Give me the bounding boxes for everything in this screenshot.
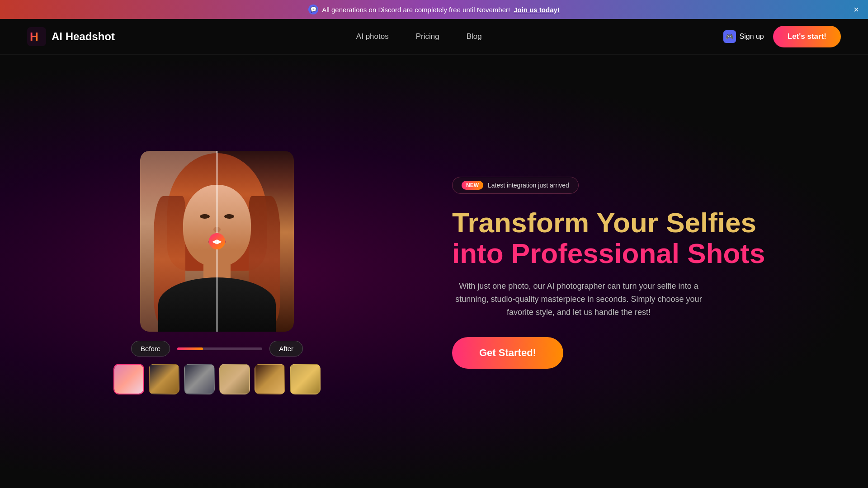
svg-text:H: H: [30, 30, 38, 43]
navbar-brand: H AI Headshot: [27, 27, 115, 46]
logo-icon: H: [27, 27, 46, 46]
thumbnail-1[interactable]: [113, 364, 144, 394]
banner-link[interactable]: Join us today!: [514, 6, 560, 14]
new-badge: NEW Latest integration just arrived: [452, 177, 579, 194]
image-comparison: ◀▶: [140, 151, 294, 332]
before-label: Before: [131, 341, 170, 357]
thumbnails-row: [113, 364, 321, 394]
banner-close-button[interactable]: ×: [854, 5, 859, 15]
hero-title-line2: into Professional Shots: [452, 238, 832, 269]
lets-start-button[interactable]: Let's start!: [773, 26, 841, 47]
hero-description: With just one photo, our AI photographer…: [452, 280, 705, 319]
thumbnail-5[interactable]: [255, 364, 285, 394]
navbar-center: AI photos Pricing Blog: [356, 32, 482, 41]
hero-title-line1: Transform Your Selfies: [452, 207, 832, 238]
brand-name: AI Headshot: [52, 30, 115, 43]
badge-text: Latest integration just arrived: [488, 182, 569, 189]
nav-ai-photos[interactable]: AI photos: [356, 32, 389, 41]
new-pill: NEW: [462, 181, 483, 190]
navbar-right: 🎮 Sign up Let's start!: [723, 26, 841, 47]
banner-message: All generations on Discord are completel…: [322, 6, 510, 14]
comparison-controls: Before After: [131, 341, 303, 357]
hero-title: Transform Your Selfies into Professional…: [452, 207, 832, 269]
thumbnail-6[interactable]: [290, 364, 321, 394]
slider-divider: ◀▶: [216, 151, 218, 332]
after-label: After: [269, 341, 303, 357]
nav-pricing[interactable]: Pricing: [416, 32, 439, 41]
slider-handle[interactable]: ◀▶: [209, 233, 225, 249]
get-started-button[interactable]: Get Started!: [452, 337, 563, 369]
discord-icon: 💬: [308, 5, 318, 14]
progress-bar[interactable]: [177, 347, 262, 350]
discord-badge-icon: 🎮: [723, 30, 736, 43]
signup-label: Sign up: [740, 33, 764, 41]
main-content: ◀▶ Before After: [0, 55, 868, 488]
thumbnail-2[interactable]: [149, 364, 179, 394]
top-banner: 💬 All generations on Discord are complet…: [0, 0, 868, 19]
left-section: ◀▶ Before After: [0, 55, 434, 488]
right-section: NEW Latest integration just arrived Tran…: [434, 55, 868, 488]
slider-fill: [177, 347, 203, 350]
thumbnail-4[interactable]: [219, 364, 250, 394]
navbar: H AI Headshot AI photos Pricing Blog 🎮 S…: [0, 19, 868, 55]
signup-button[interactable]: 🎮 Sign up: [723, 30, 764, 43]
thumbnail-3[interactable]: [184, 364, 215, 394]
nav-blog[interactable]: Blog: [467, 32, 482, 41]
